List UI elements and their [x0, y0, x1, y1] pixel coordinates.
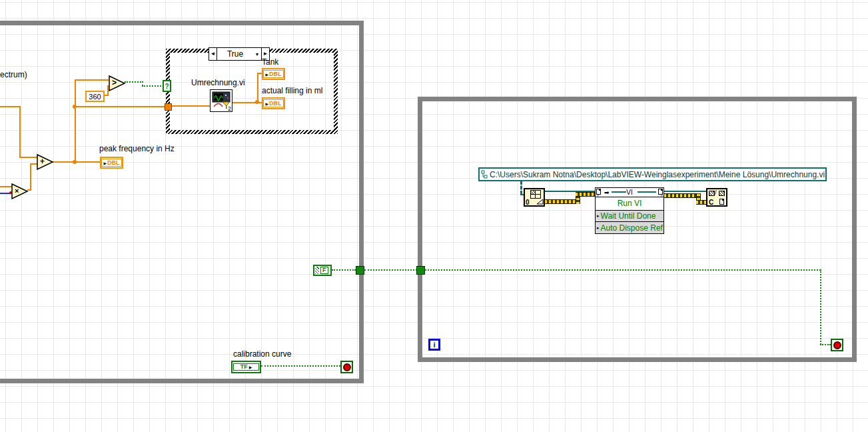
case-prev-icon[interactable]: ◄	[209, 48, 217, 60]
tank-label: Tank	[262, 58, 278, 67]
invoke-param-wait-until-done[interactable]: ▸ Wait Until Done	[596, 211, 663, 222]
partial-label: ectrum)	[0, 71, 27, 79]
vi-refnum-wire[interactable]	[664, 193, 699, 198]
invoke-node-class[interactable]: VI	[596, 188, 663, 197]
vi-refnum-wire[interactable]	[545, 199, 578, 204]
orange-wire-segment[interactable]	[172, 105, 210, 107]
open-vi-reference-node[interactable]: 0	[524, 188, 545, 207]
refnum-pointer-icon	[536, 199, 544, 205]
calibration-curve-control[interactable]: TF ▶	[231, 361, 261, 373]
orange-wire-segment[interactable]	[75, 80, 76, 163]
orange-wire-segment[interactable]	[75, 106, 165, 107]
vi-refnum-wire[interactable]	[576, 192, 595, 197]
invoke-node-header[interactable]: ?! ➡ VI ?!	[596, 188, 663, 197]
orange-wire-segment[interactable]	[0, 106, 20, 107]
false-constant[interactable]: F	[313, 265, 332, 276]
invoke-method-run-vi[interactable]: Run VI	[596, 197, 663, 211]
slash-glyph: /	[715, 189, 717, 196]
open-ref-options: 0	[526, 199, 530, 206]
triangle-node-icon	[109, 75, 126, 91]
case-selector[interactable]: ◄ True ▼ ►	[209, 47, 270, 61]
boolean-wire-segment[interactable]	[142, 85, 164, 87]
loop-tunnel-left[interactable]	[356, 266, 364, 275]
boolean-wire-segment[interactable]	[332, 269, 356, 271]
terminal-arrow-icon: ▶	[103, 161, 107, 165]
orange-wire-segment[interactable]	[257, 73, 258, 103]
subvi-instance-badge: 2	[228, 105, 231, 112]
calibration-curve-label: calibration curve	[233, 350, 291, 359]
reference-page-icon	[719, 199, 724, 205]
case-dropdown-icon[interactable]: ▼	[253, 48, 261, 60]
refnum-hatch-icon	[719, 191, 725, 196]
close-reference-node[interactable]: / C	[706, 188, 727, 207]
greater-than-sign: >	[112, 78, 117, 87]
orange-wire-segment[interactable]	[19, 106, 21, 157]
close-ref-letter: C	[709, 199, 713, 206]
wire-junction-dot	[73, 105, 77, 109]
boolean-wire-segment[interactable]	[425, 269, 821, 271]
boolean-wire-segment[interactable]	[261, 365, 340, 367]
loop-tunnel-right[interactable]	[416, 266, 425, 275]
orange-wire-segment[interactable]	[0, 186, 12, 187]
path-wire-segment[interactable]	[520, 181, 522, 195]
case-selector-value[interactable]: True	[217, 48, 253, 60]
boolean-wire-segment[interactable]	[820, 344, 831, 345]
block-diagram-canvas: ectrum) > + × 360 peak frequency in Hz ▶…	[0, 0, 868, 432]
invoke-param-auto-dispose-ref[interactable]: ▸ Auto Dispose Ref	[596, 222, 663, 233]
case-selector-tunnel[interactable]: ?	[163, 80, 171, 92]
loop-condition-terminal-left[interactable]	[340, 361, 353, 373]
iteration-terminal[interactable]: i	[428, 339, 440, 351]
orange-wire-segment[interactable]	[75, 79, 109, 81]
vi-path-constant[interactable]: C:\Users\Sukram Notna\Desktop\LabVIEW-We…	[478, 167, 827, 181]
vi-server-grid-icon	[530, 190, 541, 199]
boolean-hatch-icon	[315, 267, 319, 274]
loop-condition-terminal-right[interactable]	[831, 339, 843, 351]
param-bullet-icon: ▸	[597, 225, 600, 231]
triangle-node-icon	[11, 183, 29, 199]
orange-wire-segment[interactable]	[30, 164, 31, 191]
terminal-arrow-icon: ▶	[265, 101, 268, 106]
actual-filling-indicator[interactable]: ▶DBL	[262, 97, 285, 109]
numeric-constant-360[interactable]: 360	[85, 91, 105, 102]
wire-junction-dot	[73, 160, 77, 164]
peak-frequency-label: peak frequency in Hz	[99, 145, 175, 153]
multiply-sign: ×	[15, 186, 19, 195]
terminal-arrow-icon: ▶	[265, 72, 268, 77]
actual-filling-label: actual filling in ml	[262, 87, 322, 95]
tank-indicator[interactable]: ▶DBL	[262, 68, 285, 80]
orange-wire-segment[interactable]	[19, 157, 37, 158]
control-arrow-icon: ▶	[249, 365, 252, 369]
vi-refnum-wire[interactable]	[696, 200, 706, 205]
invoke-node[interactable]: ?! ➡ VI ?! Run VI ▸ Wait Until Done ▸ Au…	[595, 187, 664, 234]
case-input-tunnel[interactable]	[165, 103, 172, 111]
boolean-wire-segment[interactable]	[820, 269, 821, 345]
triangle-node-icon	[37, 154, 54, 170]
param-bullet-icon: ▸	[597, 213, 600, 219]
boolean-wire-segment[interactable]	[364, 269, 417, 271]
path-symbol-icon	[481, 170, 488, 179]
add-sign: +	[40, 157, 45, 166]
umrechnung-subvi[interactable]: 2	[210, 89, 232, 112]
stop-sign-icon	[343, 363, 351, 371]
boolean-wire-segment[interactable]	[125, 81, 143, 83]
add-node[interactable]: +	[37, 154, 54, 170]
subvi-label: Umrechnung.vi	[191, 79, 245, 87]
vi-path-text: C:\Users\Sukram Notna\Desktop\LabVIEW-We…	[490, 170, 825, 179]
multiply-node[interactable]: ×	[11, 183, 29, 199]
greater-than-node[interactable]: >	[109, 75, 126, 91]
wire-junction-dot	[255, 100, 259, 104]
refnum-hatch-icon	[709, 191, 715, 196]
peak-frequency-indicator[interactable]: ▶DBL	[100, 157, 123, 169]
stop-sign-icon	[833, 341, 841, 349]
